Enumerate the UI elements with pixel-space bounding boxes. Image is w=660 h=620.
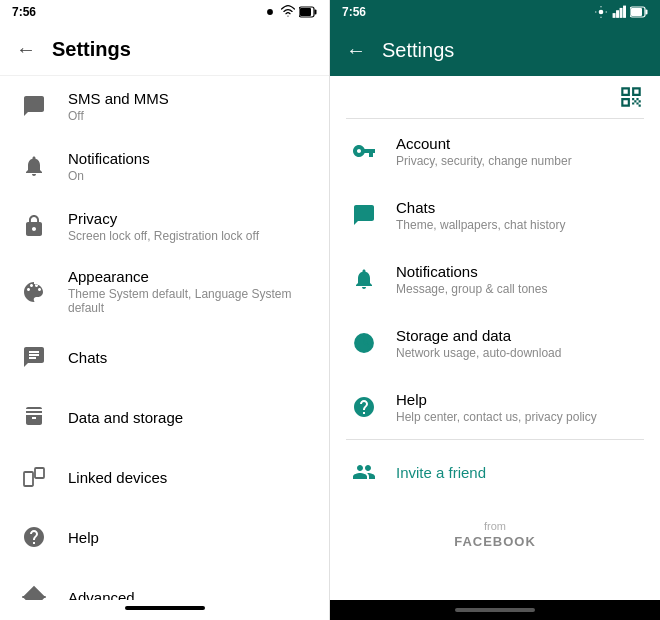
- settings-list-left: SMS and MMS Off Notifications On Privacy…: [0, 76, 329, 600]
- svg-rect-7: [613, 14, 615, 18]
- help-wa-sublabel: Help center, contact us, privacy policy: [396, 410, 644, 424]
- settings-item-help[interactable]: Help: [0, 507, 329, 567]
- appearance-icon: [16, 274, 52, 310]
- chats-wa-label: Chats: [396, 199, 644, 216]
- storage-wa-sublabel: Network usage, auto-download: [396, 346, 644, 360]
- notifications-wa-sublabel: Message, group & call tones: [396, 282, 644, 296]
- bottom-bar-right: [330, 600, 660, 620]
- svg-point-0: [267, 9, 273, 15]
- battery-icon-right: [630, 6, 648, 18]
- account-label: Account: [396, 135, 644, 152]
- appearance-sublabel: Theme System default, Language System de…: [68, 287, 313, 315]
- brightness-icon-right: [594, 5, 608, 19]
- invite-label: Invite a friend: [396, 464, 486, 481]
- advanced-label: Advanced: [68, 589, 313, 601]
- signal-icon: [612, 5, 626, 19]
- svg-rect-3: [300, 8, 311, 16]
- page-title-left: Settings: [52, 38, 131, 61]
- battery-icon-left: [299, 6, 317, 18]
- chats-wa-sublabel: Theme, wallpapers, chat history: [396, 218, 644, 232]
- header-right: ← Settings: [330, 24, 660, 76]
- help-label: Help: [68, 529, 313, 546]
- account-sublabel: Privacy, security, change number: [396, 154, 644, 168]
- svg-point-6: [599, 10, 604, 15]
- status-bar-right: 7:56: [330, 0, 660, 24]
- help-wa-icon: [346, 389, 382, 425]
- facebook-footer: from FACEBOOK: [330, 504, 660, 566]
- svg-rect-5: [35, 468, 44, 478]
- svg-rect-10: [624, 6, 626, 17]
- notifications-sublabel: On: [68, 169, 313, 183]
- svg-rect-9: [620, 9, 622, 18]
- help-wa-label: Help: [396, 391, 644, 408]
- wa-item-invite[interactable]: Invite a friend: [330, 440, 660, 504]
- invite-icon: [346, 454, 382, 490]
- header-left: ← Settings: [0, 24, 329, 76]
- page-title-right: Settings: [382, 39, 644, 62]
- sms-sublabel: Off: [68, 109, 313, 123]
- wa-item-help[interactable]: Help Help center, contact us, privacy po…: [330, 375, 660, 439]
- svg-rect-12: [646, 10, 648, 15]
- wa-settings-list: Account Privacy, security, change number…: [330, 76, 660, 600]
- qr-section: [330, 76, 660, 118]
- back-button-left[interactable]: ←: [16, 38, 36, 61]
- storage-wa-icon: [346, 325, 382, 361]
- left-panel: 7:56 ← Settings SMS and MMS Off: [0, 0, 330, 620]
- appearance-label: Appearance: [68, 268, 313, 285]
- bottom-bar-left: [0, 600, 329, 620]
- from-text: from: [346, 520, 644, 532]
- bell-wa-icon: [346, 261, 382, 297]
- status-icons-right: [594, 5, 648, 19]
- wa-item-chats[interactable]: Chats Theme, wallpapers, chat history: [330, 183, 660, 247]
- help-icon: [16, 519, 52, 555]
- storage-icon: [16, 399, 52, 435]
- advanced-icon: [16, 579, 52, 600]
- wa-item-storage[interactable]: Storage and data Network usage, auto-dow…: [330, 311, 660, 375]
- privacy-sublabel: Screen lock off, Registration lock off: [68, 229, 313, 243]
- sms-label: SMS and MMS: [68, 90, 313, 107]
- settings-item-appearance[interactable]: Appearance Theme System default, Languag…: [0, 256, 329, 327]
- svg-rect-4: [24, 472, 33, 486]
- status-bar-left: 7:56: [0, 0, 329, 24]
- lock-icon: [16, 208, 52, 244]
- privacy-label: Privacy: [68, 210, 313, 227]
- back-button-right[interactable]: ←: [346, 39, 366, 62]
- wifi-icon-left: [281, 5, 295, 19]
- svg-rect-2: [315, 10, 317, 15]
- linked-icon: [16, 459, 52, 495]
- home-indicator-right: [455, 608, 535, 612]
- chat-icon: [16, 88, 52, 124]
- brightness-icon: [263, 5, 277, 19]
- status-icons-left: [263, 5, 317, 19]
- settings-item-privacy[interactable]: Privacy Screen lock off, Registration lo…: [0, 196, 329, 256]
- chats-icon: [16, 339, 52, 375]
- facebook-brand: FACEBOOK: [454, 534, 536, 549]
- notifications-label: Notifications: [68, 150, 313, 167]
- svg-rect-13: [631, 8, 642, 16]
- notifications-wa-label: Notifications: [396, 263, 644, 280]
- svg-rect-8: [617, 11, 619, 17]
- settings-item-chats[interactable]: Chats: [0, 327, 329, 387]
- chat-wa-icon: [346, 197, 382, 233]
- wa-item-notifications[interactable]: Notifications Message, group & call tone…: [330, 247, 660, 311]
- time-right: 7:56: [342, 5, 366, 19]
- data-storage-label: Data and storage: [68, 409, 313, 426]
- settings-item-data-storage[interactable]: Data and storage: [0, 387, 329, 447]
- right-panel: 7:56 ← Settings: [330, 0, 660, 620]
- settings-item-sms[interactable]: SMS and MMS Off: [0, 76, 329, 136]
- bell-icon: [16, 148, 52, 184]
- settings-item-advanced[interactable]: Advanced: [0, 567, 329, 600]
- home-indicator-left: [125, 606, 205, 610]
- settings-item-linked[interactable]: Linked devices: [0, 447, 329, 507]
- storage-wa-label: Storage and data: [396, 327, 644, 344]
- key-icon: [346, 133, 382, 169]
- wa-item-account[interactable]: Account Privacy, security, change number: [330, 119, 660, 183]
- qr-button[interactable]: [618, 84, 644, 114]
- qr-icon: [618, 84, 644, 110]
- settings-item-notifications[interactable]: Notifications On: [0, 136, 329, 196]
- chats-label: Chats: [68, 349, 313, 366]
- time-left: 7:56: [12, 5, 36, 19]
- linked-label: Linked devices: [68, 469, 313, 486]
